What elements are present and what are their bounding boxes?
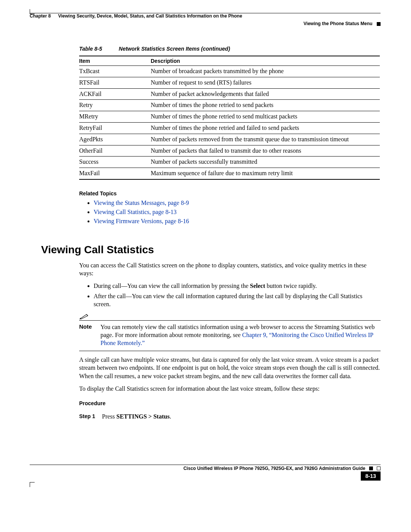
related-link[interactable]: Viewing Firmware Versions, page 8-16 xyxy=(94,218,189,224)
list-item: During call—You can view the call inform… xyxy=(94,282,381,290)
table-cell-item: Success xyxy=(79,157,151,168)
table-row: SuccessNumber of packets successfully tr… xyxy=(79,157,380,168)
footer-marker-icon xyxy=(369,466,373,470)
pencil-icon xyxy=(79,313,90,320)
table-cell-item: MaxFail xyxy=(79,168,151,179)
list-item: Viewing Call Statistics, page 8-13 xyxy=(94,209,381,216)
table-cell-item: Retry xyxy=(79,100,151,111)
table-row: RTSFailNumber of request to send (RTS) f… xyxy=(79,77,380,88)
table-cell-desc: Number of request to send (RTS) failures xyxy=(151,77,380,88)
table-row: MRetryNumber of times the phone retried … xyxy=(79,111,380,123)
table-cell-desc: Number of times the phone retried to sen… xyxy=(151,100,380,111)
related-link[interactable]: Viewing the Status Messages, page 8-9 xyxy=(94,200,189,206)
body-paragraph: To display the Call Statistics screen fo… xyxy=(79,385,381,393)
section-heading: Viewing Call Statistics xyxy=(41,244,381,256)
page-number-badge: 8-13 xyxy=(361,471,381,481)
table-cell-desc: Number of packet acknowledgements that f… xyxy=(151,88,380,100)
table-cell-item: RTSFail xyxy=(79,77,151,88)
step-label: Step 1 xyxy=(79,413,102,420)
table-cell-desc: Number of packets successfully transmitt… xyxy=(151,157,380,168)
bullet-text-pre: During call—You can view the call inform… xyxy=(94,283,250,289)
network-statistics-table: Item Description TxBcastNumber of broadc… xyxy=(79,56,380,180)
table-row: RetryFailNumber of times the phone retri… xyxy=(79,122,380,134)
table-cell-item: RetryFail xyxy=(79,122,151,134)
chapter-title: Viewing Security, Device, Model, Status,… xyxy=(58,13,242,19)
table-row: ACKFailNumber of packet acknowledgements… xyxy=(79,88,380,100)
bullet-text-post: button twice rapidly. xyxy=(265,283,317,289)
table-cell-item: ACKFail xyxy=(79,88,151,100)
footer-guide-title: Cisco Unified Wireless IP Phone 7925G, 7… xyxy=(183,466,365,471)
note-label: Note xyxy=(79,323,100,347)
list-item: Viewing the Status Messages, page 8-9 xyxy=(94,200,381,206)
table-cell-desc: Number of broadcast packets transmitted … xyxy=(151,66,380,77)
table-cell-desc: Number of packets that failed to transmi… xyxy=(151,145,380,157)
step-text-pre: Press xyxy=(102,413,116,420)
table-row: MaxFailMaximum sequence of failure due t… xyxy=(79,168,380,179)
body-paragraph: A single call can have multiple voice st… xyxy=(79,356,381,380)
table-cell-item: OtherFail xyxy=(79,145,151,157)
header-marker-icon xyxy=(377,22,381,26)
table-header-description: Description xyxy=(151,56,380,66)
table-header-item: Item xyxy=(79,56,151,66)
procedure-heading: Procedure xyxy=(79,400,381,406)
related-topics-heading: Related Topics xyxy=(79,190,381,197)
chapter-label: Chapter 8 xyxy=(30,13,51,19)
list-item: Viewing Firmware Versions, page 8-16 xyxy=(94,218,381,225)
table-cell-desc: Maximum sequence of failure due to maxim… xyxy=(151,168,380,179)
crop-mark-bottom-left xyxy=(30,482,35,487)
table-row: OtherFailNumber of packets that failed t… xyxy=(79,145,380,157)
related-link[interactable]: Viewing Call Statistics, page 8-13 xyxy=(94,209,177,215)
table-title: Network Statistics Screen Items (continu… xyxy=(119,46,230,52)
header-section-right: Viewing the Phone Status Menu xyxy=(304,21,373,26)
table-cell-item: TxBcast xyxy=(79,66,151,77)
step-text-bold: SETTINGS > Status xyxy=(116,413,170,420)
table-cell-desc: Number of times the phone retried and fa… xyxy=(151,122,380,134)
step-text-post: . xyxy=(170,413,171,420)
footer-marker-open-icon xyxy=(377,466,381,470)
table-cell-desc: Number of packets removed from the trans… xyxy=(151,134,380,145)
intro-paragraph: You can access the Call Statistics scree… xyxy=(79,261,381,277)
table-row: TxBcastNumber of broadcast packets trans… xyxy=(79,66,380,77)
table-cell-item: MRetry xyxy=(79,111,151,123)
list-item: After the call—You can view the call inf… xyxy=(94,292,381,308)
bullet-text-bold: Select xyxy=(250,283,265,289)
table-row: AgedPktsNumber of packets removed from t… xyxy=(79,134,380,145)
table-cell-item: AgedPkts xyxy=(79,134,151,145)
table-number: Table 8-5 xyxy=(79,46,102,52)
table-row: RetryNumber of times the phone retried t… xyxy=(79,100,380,111)
table-cell-desc: Number of times the phone retried to sen… xyxy=(151,111,380,123)
